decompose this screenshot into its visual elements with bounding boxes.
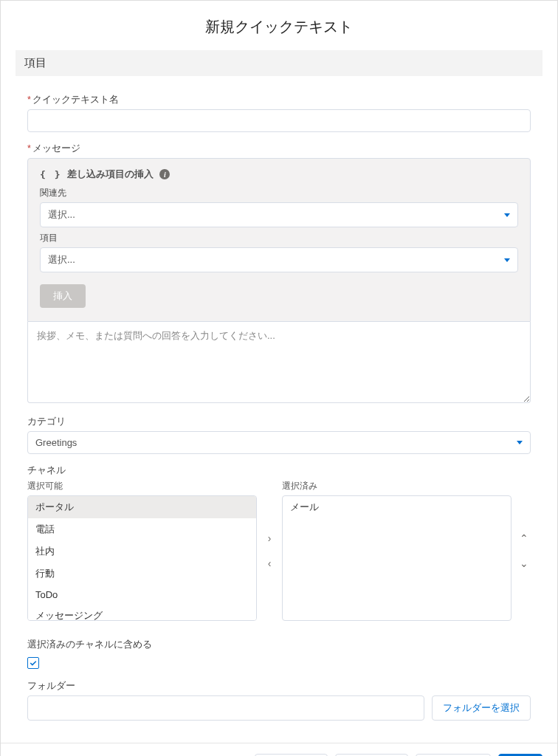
category-select[interactable]: Greetings bbox=[27, 431, 531, 454]
caret-down-icon bbox=[504, 213, 510, 217]
available-label: 選択可能 bbox=[27, 480, 257, 492]
move-up-button[interactable]: ⌃ bbox=[518, 532, 530, 545]
folder-label: フォルダー bbox=[27, 680, 531, 693]
section-header: 項目 bbox=[16, 50, 542, 76]
check-icon bbox=[29, 659, 38, 667]
info-icon[interactable]: i bbox=[159, 169, 170, 179]
message-label: メッセージ bbox=[27, 142, 531, 155]
channel-label: チャネル bbox=[27, 464, 531, 477]
list-item[interactable]: メール bbox=[283, 496, 511, 518]
insert-button[interactable]: 挿入 bbox=[40, 284, 86, 308]
move-right-button[interactable]: › bbox=[266, 532, 273, 545]
list-item[interactable]: 電話 bbox=[28, 518, 256, 540]
modal-footer: プレビュー キャンセル 保存 & 新規 保存 bbox=[1, 743, 557, 756]
category-label: カテゴリ bbox=[27, 416, 531, 428]
list-item[interactable]: メッセージング bbox=[28, 605, 256, 621]
caret-down-icon bbox=[504, 258, 510, 262]
related-label: 関連先 bbox=[40, 187, 518, 199]
list-item[interactable]: 社内 bbox=[28, 540, 256, 563]
category-value: Greetings bbox=[35, 437, 77, 448]
caret-down-icon bbox=[517, 441, 523, 444]
related-select[interactable]: 選択... bbox=[40, 202, 518, 227]
list-item[interactable]: 行動 bbox=[28, 563, 256, 585]
include-checkbox[interactable] bbox=[27, 657, 39, 669]
merge-field-placeholder: 選択... bbox=[48, 253, 75, 267]
modal-title: 新規クイックテキスト bbox=[1, 1, 557, 50]
merge-field-select[interactable]: 選択... bbox=[40, 247, 518, 272]
name-input[interactable] bbox=[27, 109, 531, 132]
list-item[interactable]: ToDo bbox=[28, 585, 256, 605]
available-list[interactable]: ポータル電話社内行動ToDoメッセージング bbox=[27, 495, 257, 621]
merge-brackets-icon: { } bbox=[40, 169, 61, 180]
include-label: 選択済みのチャネルに含める bbox=[27, 639, 531, 651]
move-left-button[interactable]: ‹ bbox=[266, 557, 273, 570]
move-down-button[interactable]: ⌄ bbox=[518, 557, 530, 570]
related-placeholder: 選択... bbox=[48, 208, 75, 221]
folder-input[interactable] bbox=[27, 695, 424, 721]
merge-title-text: 差し込み項目の挿入 bbox=[67, 168, 154, 181]
message-textarea[interactable] bbox=[27, 322, 531, 403]
merge-field-panel: { } 差し込み項目の挿入 i 関連先 選択... 項目 選択... 挿入 bbox=[27, 158, 531, 322]
list-item[interactable]: ポータル bbox=[28, 496, 256, 518]
selected-list[interactable]: メール bbox=[282, 495, 512, 621]
selected-label: 選択済み bbox=[282, 480, 512, 492]
merge-field-label: 項目 bbox=[40, 232, 518, 244]
name-label: クイックテキスト名 bbox=[27, 94, 531, 106]
folder-select-button[interactable]: フォルダーを選択 bbox=[432, 695, 531, 721]
